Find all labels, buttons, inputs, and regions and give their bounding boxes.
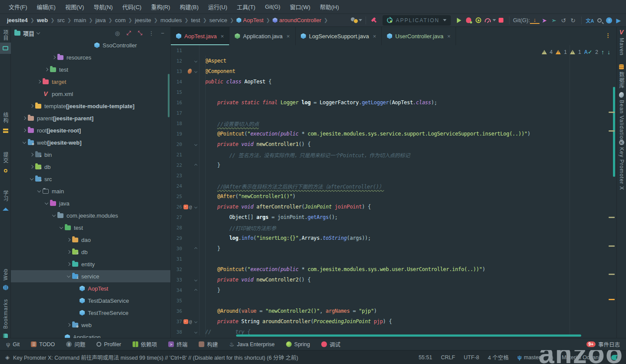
line-number[interactable]: 16 <box>171 100 182 106</box>
code-line-34[interactable]: 34 } <box>171 285 616 295</box>
fold-marker-icon[interactable] <box>193 248 199 250</box>
code-line-27[interactable]: 27 Object[] args = joinPoint.getArgs(); <box>171 212 616 222</box>
tab-Application.java[interactable]: Application.java× <box>230 27 296 45</box>
aop-advice-gutter-icon[interactable]: @ <box>182 319 193 324</box>
caret-position-widget[interactable]: 55:51 <box>419 354 432 361</box>
tree-item-src[interactable]: ‹›src <box>11 173 171 185</box>
line-number[interactable]: 23 <box>171 173 182 179</box>
breadcrumb-web[interactable]: web <box>37 17 48 23</box>
chevron-right-icon[interactable] <box>65 238 72 241</box>
chevron-right-icon[interactable] <box>28 165 35 168</box>
project-tree-scrollbar[interactable] <box>168 74 170 117</box>
code-line-32[interactable]: 32 @Pointcut("execution(public * com.jee… <box>171 264 616 275</box>
line-number[interactable]: 30 <box>171 246 182 251</box>
line-number[interactable]: 35 <box>171 298 182 304</box>
line-number[interactable]: 27 <box>171 215 182 220</box>
panel-options-icon[interactable]: ⋮ <box>147 30 156 36</box>
tool-window-bean-validation[interactable]: Bean Validation <box>617 92 626 142</box>
code-line-37[interactable]: 37@ private String aroundController(Proc… <box>171 316 616 327</box>
menu-item-6[interactable]: 构建(B) <box>175 1 203 13</box>
code-editor[interactable]: 1112@Aspect13@Component14public class Ao… <box>171 45 616 338</box>
line-number[interactable]: 21 <box>171 152 182 158</box>
git-push-icon[interactable]: ➤ <box>539 16 549 25</box>
fold-marker-icon[interactable] <box>193 70 199 73</box>
bottom-tool-问题[interactable]: !问题 <box>66 340 85 348</box>
tree-item-entity[interactable]: entity <box>11 258 171 270</box>
chevron-down-icon[interactable] <box>50 215 57 216</box>
tree-item-com.jeesite.modules[interactable]: com.jeesite.modules <box>11 209 171 222</box>
tree-item-TestTreeService[interactable]: TestTreeService <box>11 307 171 319</box>
breadcrumb-jeesite4[interactable]: jeesite4 <box>7 17 28 23</box>
code-line-23[interactable]: 23 <box>171 170 616 181</box>
menu-item-3[interactable]: 导航(N) <box>89 1 117 13</box>
menu-item-8[interactable]: 工具(T) <box>233 1 260 13</box>
next-problem-arrow-icon[interactable]: ↓ <box>607 49 610 56</box>
tool-window-project[interactable]: 项目 <box>0 30 11 54</box>
aop-advice-gutter-icon[interactable]: @ <box>182 204 193 210</box>
code-line-13[interactable]: 13@Component <box>171 66 616 76</box>
chevron-right-icon[interactable] <box>21 117 28 119</box>
chevron-right-icon[interactable] <box>65 324 72 326</box>
status-message[interactable]: ◈ Key Promoter X: Command 前往声明或用法 missed… <box>5 353 298 361</box>
inspections-widget[interactable]: 4 1 1 A✓2 ↑ ↓ <box>542 49 610 56</box>
build-hammer-icon[interactable] <box>370 16 379 25</box>
tab-UserController.java[interactable]: UserController.java× <box>382 27 456 45</box>
tree-item-resources[interactable]: resources <box>11 51 171 63</box>
profiler-caret-icon[interactable] <box>493 19 496 21</box>
bottom-tool-Java Enterprise[interactable]: ♨Java Enterprise <box>229 341 275 347</box>
breadcrumb-aroundController[interactable]: aroundController <box>273 17 321 23</box>
run-with-coverage-button[interactable] <box>473 16 483 25</box>
code-line-35[interactable]: 35 <box>171 295 616 306</box>
line-ending-widget[interactable]: CRLF <box>441 354 455 361</box>
tab-close-icon[interactable]: × <box>373 33 376 40</box>
menu-item-10[interactable]: 窗口(W) <box>286 1 315 13</box>
chevron-right-icon[interactable] <box>65 263 72 265</box>
tab-options-icon[interactable]: ⋮ <box>605 32 611 39</box>
code-line-31[interactable]: 31 <box>171 254 616 264</box>
tree-item-main[interactable]: main <box>11 185 171 197</box>
menu-item-0[interactable]: 文件(F) <box>4 1 32 13</box>
menu-item-4[interactable]: 代码(C) <box>118 1 146 13</box>
menu-item-5[interactable]: 重构(R) <box>147 1 174 13</box>
git-commit-push-icon[interactable]: ➣ <box>549 16 559 25</box>
tree-item-java[interactable]: java <box>11 197 171 209</box>
expand-all-icon[interactable]: ⤢ <box>124 30 133 36</box>
tree-item-test[interactable]: test <box>11 222 171 234</box>
prev-problem-arrow-icon[interactable]: ↑ <box>601 49 604 56</box>
breadcrumb-java[interactable]: java <box>95 17 106 23</box>
code-with-me-icon[interactable] <box>349 16 359 25</box>
line-number[interactable]: 20 <box>171 142 182 147</box>
chevron-right-icon[interactable] <box>50 56 57 59</box>
chevron-right-icon[interactable] <box>36 80 43 83</box>
tree-item-web[interactable]: ⊕web <box>11 319 171 331</box>
hide-toolbar-icon[interactable]: ▶ <box>614 16 623 25</box>
menu-item-11[interactable]: 帮助(H) <box>316 1 343 13</box>
fold-marker-icon[interactable] <box>193 321 199 323</box>
project-view-caret-icon[interactable] <box>37 30 40 34</box>
run-button[interactable] <box>454 16 464 25</box>
locate-file-icon[interactable]: ◎ <box>113 30 122 36</box>
ide-update-icon[interactable]: ↑ <box>604 16 614 25</box>
bottom-tool-Profiler[interactable]: Profiler <box>97 341 121 347</box>
breadcrumb-src[interactable]: src <box>57 17 64 23</box>
stop-button[interactable] <box>496 16 506 25</box>
menu-item-1[interactable]: 编辑(E) <box>33 1 60 13</box>
tool-window-web[interactable]: Web <box>0 268 11 293</box>
tool-window-commit[interactable]: 提交 <box>0 152 11 176</box>
run-configuration-select[interactable]: APPLICATION <box>383 15 451 26</box>
code-line-19[interactable]: 19 @Pointcut("execution(public * com.jee… <box>171 129 616 139</box>
event-log-button[interactable]: 9+事件日志 <box>586 340 620 348</box>
line-number[interactable]: 24 <box>171 183 182 189</box>
code-line-33[interactable]: 33 private void newController2() { <box>171 275 616 285</box>
code-line-36[interactable]: 36 @Around(value = "newController2()", a… <box>171 306 616 316</box>
tab-LogServiceSupport.java[interactable]: LogServiceSupport.java× <box>296 27 382 45</box>
bottom-tool-终端[interactable]: >终端 <box>168 340 187 348</box>
line-number[interactable]: 19 <box>171 131 182 137</box>
git-update-icon[interactable]: ↓ <box>530 17 539 24</box>
horizontal-scrollbar[interactable] <box>236 334 581 337</box>
fold-marker-icon[interactable] <box>193 60 199 62</box>
line-number[interactable]: 26 <box>171 204 182 210</box>
code-line-24[interactable]: 24 //@After表示在目标方法之后执行下面的方法（afterControl… <box>171 181 616 191</box>
git-history-icon[interactable]: ↺ <box>559 16 568 25</box>
git-rollback-icon[interactable]: ↻ <box>568 16 578 25</box>
